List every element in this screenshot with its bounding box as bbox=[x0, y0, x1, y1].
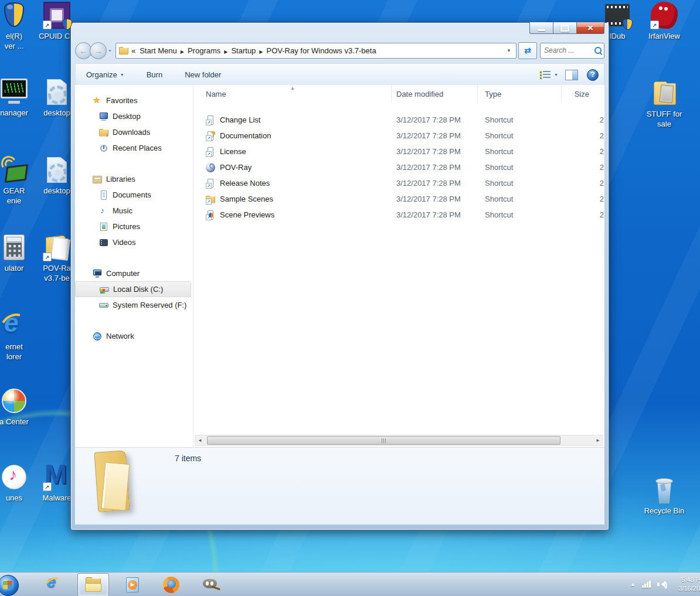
size-cell: 2 bbox=[562, 195, 604, 203]
sidebar-item-pictures[interactable]: Pictures bbox=[75, 219, 193, 234]
close-button[interactable] bbox=[577, 22, 604, 34]
monitor-icon bbox=[99, 112, 108, 121]
doc-shortcut-icon bbox=[206, 115, 215, 125]
search-input[interactable] bbox=[543, 46, 586, 55]
file-row-scene-previews[interactable]: Scene Previews3/12/2017 7:28 PMShortcut2 bbox=[193, 207, 604, 223]
refresh-button[interactable]: ⇄ bbox=[518, 42, 537, 59]
item-count-label: 7 items bbox=[175, 454, 201, 463]
desktop-icon-a-center[interactable]: a Center bbox=[0, 387, 41, 427]
size-cell: 2 bbox=[562, 147, 604, 156]
file-row-change-list[interactable]: Change List3/12/2017 7:28 PMShortcut2 bbox=[193, 112, 604, 128]
desktop-icon-recycle-bin[interactable]: Recycle Bin bbox=[637, 476, 691, 516]
help-button[interactable] bbox=[585, 68, 600, 82]
sidebar-item-label: Downloads bbox=[113, 128, 150, 137]
taskbar-clock[interactable]: 5:48 P 3/16/20 bbox=[674, 575, 700, 593]
taskbar-media-player[interactable] bbox=[117, 574, 148, 596]
burn-button[interactable]: Burn bbox=[140, 67, 169, 82]
povray-icon bbox=[206, 163, 215, 172]
toolbar-items: OrganizeBurnNew folder bbox=[79, 67, 228, 82]
sidebar-item-recent-places[interactable]: Recent Places bbox=[75, 140, 193, 156]
scroll-left-icon[interactable]: ◄ bbox=[195, 438, 205, 443]
new-folder-button[interactable]: New folder bbox=[178, 67, 228, 82]
taskbar-internet-explorer[interactable] bbox=[39, 574, 69, 596]
doc-lib-icon bbox=[99, 190, 108, 200]
system-tray: ▲ 5:48 P 3/16/20 bbox=[630, 575, 700, 593]
scrollbar-track[interactable] bbox=[205, 435, 593, 445]
media-player-icon bbox=[124, 576, 141, 594]
breadcrumb-item-startup[interactable]: Startup bbox=[230, 46, 257, 56]
sidebar-item-favorites[interactable]: Favorites bbox=[75, 93, 193, 108]
sidebar-item-computer[interactable]: Computer bbox=[75, 265, 193, 281]
recent-pages-dropdown-icon[interactable]: ▼ bbox=[108, 49, 112, 53]
file-row-sample-scenes[interactable]: Sample Scenes3/12/2017 7:28 PMShortcut2 bbox=[193, 191, 604, 207]
malwarebytes-icon bbox=[43, 463, 71, 491]
search-box[interactable] bbox=[540, 43, 604, 59]
file-row-license[interactable]: License3/12/2017 7:28 PMShortcut2 bbox=[193, 144, 604, 159]
file-name-cell: Sample Scenes bbox=[193, 195, 392, 204]
show-hidden-icons-button[interactable]: ▲ bbox=[630, 581, 636, 587]
desktop-icon-ernet-lorer[interactable]: ernet lorer bbox=[0, 312, 41, 362]
address-dropdown-icon[interactable] bbox=[505, 48, 513, 53]
start-button[interactable] bbox=[0, 574, 30, 596]
date-modified-cell: 3/12/2017 7:28 PM bbox=[392, 179, 478, 188]
forward-button[interactable]: → bbox=[90, 42, 107, 59]
itunes-icon bbox=[0, 463, 28, 491]
desktop-icon-label: IrfanView bbox=[637, 32, 691, 42]
doc-shortcut-icon bbox=[206, 147, 215, 156]
hdd-os-icon bbox=[100, 285, 109, 294]
file-name-cell: Change List bbox=[193, 115, 392, 125]
preview-pane-button[interactable] bbox=[564, 68, 579, 82]
size-cell: 2 bbox=[562, 210, 604, 219]
breadcrumb-item-start-menu[interactable]: Start Menu bbox=[138, 46, 178, 56]
file-row-pov-ray[interactable]: POV-Ray3/12/2017 7:28 PMShortcut2 bbox=[193, 159, 604, 175]
network-signal-icon[interactable] bbox=[642, 581, 651, 588]
sidebar-item-label: Computer bbox=[106, 269, 140, 278]
sidebar-item-desktop[interactable]: Desktop bbox=[75, 108, 193, 124]
taskbar-firefox[interactable] bbox=[156, 574, 186, 596]
breadcrumb-item-programs[interactable]: Programs bbox=[186, 46, 222, 56]
sort-ascending-icon[interactable]: ▲ bbox=[290, 86, 295, 91]
change-view-button[interactable] bbox=[538, 68, 553, 82]
type-cell: Shortcut bbox=[478, 210, 562, 219]
scroll-right-icon[interactable]: ► bbox=[593, 438, 603, 443]
minimize-button[interactable] bbox=[529, 22, 553, 34]
recycle-bin-icon bbox=[650, 476, 678, 504]
column-header-type[interactable]: Type bbox=[478, 85, 562, 103]
sidebar-item-music[interactable]: Music bbox=[75, 203, 193, 219]
sidebar-item-network[interactable]: Network bbox=[75, 328, 193, 344]
views-dropdown-icon[interactable] bbox=[554, 73, 558, 77]
sidebar-item-videos[interactable]: Videos bbox=[75, 234, 193, 250]
volume-icon[interactable] bbox=[657, 580, 668, 588]
library-icon bbox=[93, 175, 102, 184]
maximize-button[interactable] bbox=[553, 22, 577, 34]
sidebar-item-system-reserved-f[interactable]: System Reserved (F:) bbox=[75, 297, 193, 313]
horizontal-scrollbar[interactable]: ◄ ► bbox=[195, 435, 603, 446]
file-row-documentation[interactable]: Documentation3/12/2017 7:28 PMShortcut2 bbox=[193, 128, 604, 144]
ie-icon bbox=[0, 312, 28, 340]
date-modified-cell: 3/12/2017 7:28 PM bbox=[392, 195, 478, 203]
sidebar-item-libraries[interactable]: Libraries bbox=[75, 171, 193, 187]
sidebar-item-downloads[interactable]: Downloads bbox=[75, 124, 193, 140]
column-header-date-modified[interactable]: Date modified bbox=[392, 85, 478, 103]
desktop-icon-irfanview[interactable]: IrfanView bbox=[637, 1, 691, 42]
desktop: el(R) ver ...nanagerGEAR enieulatorernet… bbox=[0, 0, 700, 596]
scrollbar-thumb[interactable] bbox=[207, 436, 560, 445]
navigation-pane: FavoritesDesktopDownloadsRecent PlacesLi… bbox=[75, 85, 193, 447]
breadcrumb-item-pov-ray-for-windows-v3-7-beta[interactable]: POV-Ray for Windows v3.7-beta bbox=[266, 46, 378, 56]
toolbar-button-label: Burn bbox=[147, 70, 162, 79]
sidebar-item-label: Videos bbox=[113, 238, 136, 247]
taskbar-windows-explorer[interactable] bbox=[77, 573, 109, 596]
taskbar-gimp[interactable] bbox=[195, 574, 225, 596]
file-name: Change List bbox=[220, 115, 260, 124]
file-row-release-notes[interactable]: Release Notes3/12/2017 7:28 PMShortcut2 bbox=[193, 175, 604, 191]
desktop-icon-stuff-for-sale[interactable]: STUFF for sale bbox=[637, 79, 691, 130]
sidebar-item-documents[interactable]: Documents bbox=[75, 187, 193, 203]
column-header-size[interactable]: Size bbox=[562, 85, 604, 103]
scene-doc-icon bbox=[206, 210, 215, 220]
address-bar[interactable]: « Start MenuProgramsStartupPOV-Ray for W… bbox=[115, 43, 516, 59]
breadcrumb: Start MenuProgramsStartupPOV-Ray for Win… bbox=[138, 46, 377, 55]
folder-down-icon bbox=[99, 128, 108, 137]
sidebar-item-local-disk-c[interactable]: Local Disk (C:) bbox=[75, 281, 191, 297]
organize-button[interactable]: Organize bbox=[79, 67, 131, 82]
date-modified-cell: 3/12/2017 7:28 PM bbox=[392, 147, 478, 156]
